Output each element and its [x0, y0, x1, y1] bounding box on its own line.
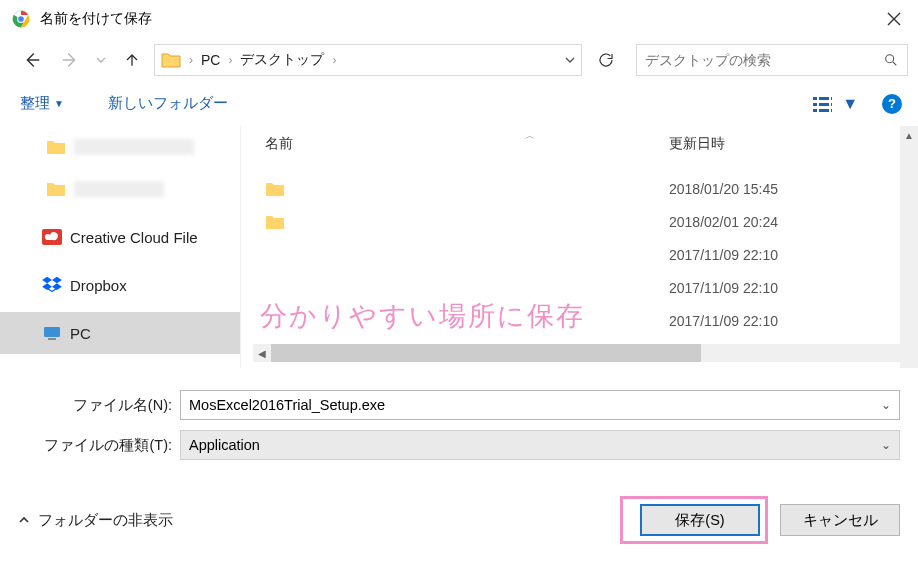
chrome-icon [12, 10, 30, 28]
filename-input[interactable]: MosExcel2016Trial_Setup.exe ⌄ [180, 390, 900, 420]
sort-indicator-icon: ︿ [525, 129, 535, 143]
file-pane: 名前 ︿ 更新日時 2018/01/20 15:45 2018/02/01 20… [240, 126, 918, 368]
file-row[interactable]: 2017/11/09 22:10 [241, 238, 918, 271]
svg-rect-12 [831, 109, 832, 112]
search-box[interactable] [636, 44, 908, 76]
file-date: 2017/11/09 22:10 [659, 247, 778, 263]
svg-rect-9 [819, 109, 829, 112]
file-date: 2017/11/09 22:10 [659, 313, 778, 329]
svg-rect-15 [48, 338, 56, 340]
file-row[interactable]: 2018/02/01 20:24 [241, 205, 918, 238]
file-row[interactable]: 2017/11/09 22:10 [241, 304, 918, 337]
scroll-left-icon[interactable]: ◀ [253, 344, 271, 362]
address-dropdown[interactable] [565, 55, 575, 65]
vertical-scrollbar[interactable]: ▲ [900, 126, 918, 368]
dropbox-icon [42, 276, 62, 294]
up-button[interactable] [116, 44, 148, 76]
svg-rect-4 [813, 97, 817, 100]
breadcrumb-desktop[interactable]: デスクトップ [240, 51, 324, 69]
pc-icon [42, 325, 62, 341]
filename-label: ファイル名(N): [18, 396, 180, 415]
back-button[interactable] [16, 44, 48, 76]
sidebar-item-label: PC [70, 325, 91, 342]
search-input[interactable] [645, 52, 883, 68]
chevron-right-icon: › [228, 53, 232, 67]
sidebar-item-blurred[interactable] [0, 126, 240, 168]
column-date[interactable]: 更新日時 [659, 135, 839, 153]
dropdown-icon[interactable]: ⌄ [881, 438, 891, 452]
breadcrumb-pc[interactable]: PC [201, 52, 220, 68]
column-name[interactable]: 名前 ︿ [241, 135, 659, 153]
hide-folders-toggle[interactable]: フォルダーの非表示 [18, 511, 173, 530]
sidebar-item-creative-cloud[interactable]: Creative Cloud File [0, 216, 240, 258]
scroll-up-icon[interactable]: ▲ [900, 126, 918, 144]
folder-icon [161, 52, 181, 68]
column-header-row: 名前 ︿ 更新日時 [241, 126, 918, 162]
file-row[interactable]: 2018/01/20 15:45 [241, 172, 918, 205]
folder-icon [265, 181, 285, 197]
close-button[interactable] [870, 0, 918, 38]
svg-rect-5 [813, 103, 817, 106]
forward-button[interactable] [54, 44, 86, 76]
sidebar: Creative Cloud File Dropbox PC [0, 126, 240, 368]
sidebar-item-blurred[interactable] [0, 168, 240, 210]
creative-cloud-icon [42, 229, 62, 245]
sidebar-item-dropbox[interactable]: Dropbox [0, 264, 240, 306]
titlebar: 名前を付けて保存 [0, 0, 918, 38]
folder-icon [46, 139, 66, 155]
filename-value: MosExcel2016Trial_Setup.exe [189, 397, 385, 413]
address-bar[interactable]: › PC › デスクトップ › [154, 44, 582, 76]
dropdown-icon[interactable]: ⌄ [881, 398, 891, 412]
filetype-select[interactable]: Application ⌄ [180, 430, 900, 460]
chevron-up-icon [18, 514, 30, 526]
history-dropdown[interactable] [92, 44, 110, 76]
window-title: 名前を付けて保存 [40, 10, 870, 28]
cancel-label: キャンセル [803, 511, 878, 530]
file-date: 2017/11/09 22:10 [659, 280, 778, 296]
save-button[interactable]: 保存(S) [640, 504, 760, 536]
search-icon [883, 52, 899, 68]
caret-down-icon: ▼ [842, 95, 858, 113]
refresh-button[interactable] [590, 44, 622, 76]
column-name-label: 名前 [265, 135, 293, 151]
svg-rect-14 [44, 327, 60, 337]
save-label: 保存(S) [675, 511, 724, 530]
svg-rect-10 [831, 97, 832, 100]
cancel-button[interactable]: キャンセル [780, 504, 900, 536]
svg-rect-6 [813, 109, 817, 112]
file-date: 2018/01/20 15:45 [659, 181, 778, 197]
new-folder-label: 新しいフォルダー [108, 94, 228, 113]
organize-button[interactable]: 整理 ▼ [16, 90, 68, 117]
hide-folders-label: フォルダーの非表示 [38, 511, 173, 530]
folder-icon [46, 181, 66, 197]
fields-area: ファイル名(N): MosExcel2016Trial_Setup.exe ⌄ … [0, 368, 918, 476]
blurred-text [74, 181, 164, 197]
sidebar-item-label: Dropbox [70, 277, 127, 294]
organize-label: 整理 [20, 94, 50, 113]
caret-down-icon: ▼ [54, 98, 64, 109]
sidebar-item-label: Creative Cloud File [70, 229, 198, 246]
filetype-label: ファイルの種類(T): [18, 436, 180, 455]
blurred-text [74, 139, 194, 155]
svg-rect-7 [819, 97, 829, 100]
help-button[interactable]: ? [882, 94, 902, 114]
toolbar: 整理 ▼ 新しいフォルダー ▼ ? [0, 82, 918, 126]
scroll-thumb[interactable] [271, 344, 701, 362]
footer: フォルダーの非表示 保存(S) キャンセル [0, 476, 918, 544]
filetype-value: Application [189, 437, 260, 453]
horizontal-scrollbar[interactable]: ◀ ▶ [253, 344, 916, 362]
main-area: Creative Cloud File Dropbox PC 名前 ︿ 更新日時 [0, 126, 918, 368]
new-folder-button[interactable]: 新しいフォルダー [104, 90, 232, 117]
chevron-right-icon: › [332, 53, 336, 67]
chevron-right-icon: › [189, 53, 193, 67]
file-row[interactable]: 2017/11/09 22:10 [241, 271, 918, 304]
view-button[interactable]: ▼ [806, 91, 864, 117]
svg-rect-11 [831, 103, 832, 106]
nav-row: › PC › デスクトップ › [0, 38, 918, 82]
file-date: 2018/02/01 20:24 [659, 214, 778, 230]
svg-point-3 [886, 55, 894, 63]
sidebar-item-pc[interactable]: PC [0, 312, 240, 354]
svg-point-2 [18, 16, 25, 23]
svg-rect-8 [819, 103, 829, 106]
folder-icon [265, 214, 285, 230]
